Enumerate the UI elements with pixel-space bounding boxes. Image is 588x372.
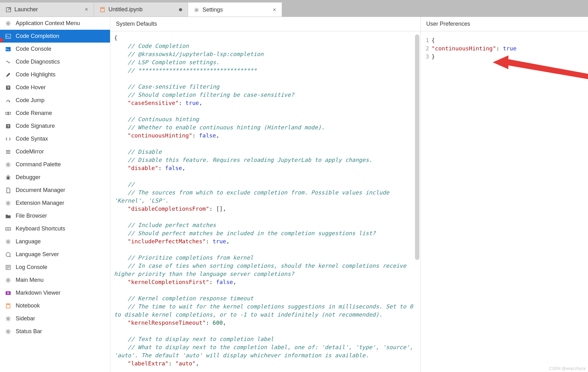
sidebar-item-label: Extension Manager — [16, 200, 64, 206]
sidebar-item-code-syntax[interactable]: Code Syntax — [0, 132, 110, 145]
prefs-editor[interactable]: 1 2 3 { "continuousHinting": true } — [421, 31, 588, 372]
sidebar-item-code-signature[interactable]: ?Code Signature — [0, 120, 110, 132]
gear-icon — [5, 162, 11, 168]
sidebar-item-markdown-viewer[interactable]: MMarkdown Viewer — [0, 287, 110, 299]
gear-icon — [5, 328, 11, 335]
sidebar-item-code-hover[interactable]: ?Code Hover — [0, 81, 110, 94]
sidebar-item-label: Notebook — [16, 302, 40, 309]
watermark: CSDN @wxyczhyza — [549, 366, 586, 371]
jump-icon — [5, 97, 11, 104]
sidebar-item-label: Code Rename — [16, 110, 52, 116]
user-preferences-pane: User Preferences 1 2 3 { "continuousHint… — [421, 17, 588, 372]
tab-label: Untitled.ipynb — [108, 6, 176, 13]
notebook-icon — [100, 7, 105, 13]
sidebar-item-label: Code Console — [16, 46, 51, 52]
sidebar-item-label: Debugger — [16, 174, 40, 181]
sidebar-item-label: Language — [16, 238, 41, 245]
sidebar-item-label: Code Highlights — [16, 71, 55, 78]
sidebar-item-language-server[interactable]: Language Server — [0, 248, 110, 261]
tab-launcher[interactable]: Launcher × — [0, 3, 94, 17]
doc-icon — [5, 187, 11, 194]
diag-icon — [5, 59, 11, 65]
scrollbar-thumb[interactable] — [415, 34, 419, 260]
gear-icon — [5, 239, 11, 245]
dirty-indicator-icon — [179, 8, 182, 11]
sidebar-item-command-palette[interactable]: Command Palette — [0, 158, 110, 171]
sidebar-item-sidebar[interactable]: Sidebar — [0, 312, 110, 325]
sidebar-item-code-rename[interactable]: Code Rename — [0, 107, 110, 120]
sidebar-item-label: Log Console — [16, 264, 47, 271]
sidebar-item-application-context-menu[interactable]: Application Context Menu — [0, 17, 110, 30]
svg-text:?: ? — [7, 124, 9, 128]
tab-untitled[interactable]: Untitled.ipynb — [94, 3, 188, 17]
svg-point-25 — [7, 318, 9, 320]
sidebar-item-code-diagnostics[interactable]: Code Diagnostics — [0, 55, 110, 68]
gear-icon — [5, 277, 11, 283]
sidebar-item-document-manager[interactable]: Document Manager — [0, 184, 110, 197]
sidebar-item-log-console[interactable]: Log Console — [0, 261, 110, 274]
sidebar-item-notebook[interactable]: Notebook — [0, 299, 110, 312]
sidebar-item-label: Code Hover — [16, 84, 46, 91]
sidebar-item-label: Command Palette — [16, 161, 61, 168]
sidebar-item-label: Sidebar — [16, 315, 35, 322]
keyboard-icon — [5, 226, 11, 232]
sidebar-item-label: Status Bar — [16, 328, 42, 335]
sidebar-item-extension-manager[interactable]: Extension Manager — [0, 197, 110, 209]
settings-sidebar: Application Context MenuCode CompletionC… — [0, 17, 110, 372]
svg-text:?: ? — [7, 85, 9, 90]
svg-rect-5 — [6, 34, 11, 39]
rename-icon — [5, 110, 11, 116]
sidebar-item-label: Application Context Menu — [16, 20, 80, 27]
svg-rect-24 — [7, 304, 9, 305]
sidebar-item-language[interactable]: Language — [0, 235, 110, 248]
gear-icon — [5, 316, 11, 322]
sidebar-item-code-highlights[interactable]: Code Highlights — [0, 68, 110, 81]
question-icon: ? — [5, 123, 11, 129]
sidebar-item-debugger[interactable]: Debugger — [0, 171, 110, 184]
svg-rect-6 — [6, 47, 11, 51]
list-icon — [5, 149, 11, 155]
markdown-icon: M — [5, 290, 11, 296]
log-icon — [5, 264, 11, 271]
sidebar-item-label: Document Manager — [16, 187, 65, 194]
sidebar-item-status-bar[interactable]: Status Bar — [0, 325, 110, 338]
pencil-icon — [5, 72, 11, 78]
svg-text:M: M — [7, 292, 9, 295]
close-icon[interactable]: × — [85, 6, 88, 13]
sidebar-item-code-console[interactable]: Code Console — [0, 43, 110, 55]
svg-rect-9 — [6, 112, 8, 114]
sidebar-item-file-browser[interactable]: File Browser — [0, 209, 110, 222]
defaults-editor[interactable]: { // Code Completion // @krassowski/jupy… — [110, 31, 420, 372]
svg-rect-10 — [8, 112, 11, 114]
sidebar-item-main-menu[interactable]: Main Menu — [0, 274, 110, 287]
close-icon[interactable]: × — [273, 7, 276, 13]
svg-point-20 — [7, 279, 9, 281]
notebook-icon — [5, 303, 11, 309]
sidebar-item-label: Code Signature — [16, 123, 55, 129]
sidebar-item-code-completion[interactable]: Code Completion — [0, 30, 110, 43]
sidebar-item-code-jump[interactable]: Code Jump — [0, 94, 110, 107]
folder-icon — [5, 213, 11, 219]
svg-point-3 — [196, 9, 197, 11]
tab-label: Settings — [202, 7, 270, 13]
sidebar-item-keyboard-shortcuts[interactable]: Keyboard Shortcuts — [0, 222, 110, 235]
sidebar-item-label: Main Menu — [16, 277, 44, 283]
sidebar-item-codemirror[interactable]: CodeMirror — [0, 145, 110, 158]
tab-settings[interactable]: Settings × — [188, 3, 282, 17]
svg-point-26 — [7, 331, 9, 333]
svg-point-4 — [7, 23, 9, 24]
sidebar-item-label: Markdown Viewer — [16, 290, 60, 296]
gear-icon — [5, 20, 11, 27]
sidebar-item-label: CodeMirror — [16, 148, 44, 155]
sidebar-item-label: Code Completion — [16, 33, 59, 39]
sidebar-item-label: Code Syntax — [16, 136, 48, 142]
terminal-icon — [5, 46, 11, 52]
svg-rect-16 — [6, 227, 11, 230]
bug-icon — [5, 174, 11, 181]
terminal-icon — [5, 33, 11, 39]
svg-rect-2 — [101, 8, 104, 9]
pane-title: User Preferences — [421, 17, 588, 31]
sidebar-item-label: File Browser — [16, 213, 47, 219]
question-icon: ? — [5, 85, 11, 91]
launcher-icon — [6, 7, 11, 13]
